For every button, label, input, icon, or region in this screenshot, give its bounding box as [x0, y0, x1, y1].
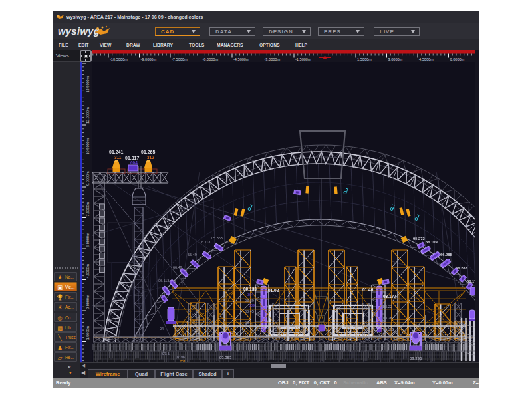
svg-text:01.46: 01.46 — [362, 287, 374, 292]
svg-text:00.133: 00.133 — [243, 287, 257, 291]
svg-text:312: 312 — [147, 155, 154, 160]
svg-text:309: 309 — [249, 303, 255, 307]
svg-text:-7.5000m: -7.5000m — [172, 57, 188, 61]
svg-text:-9.0000m: -9.0000m — [141, 57, 157, 61]
svg-text:03.89: 03.89 — [245, 299, 254, 303]
svg-text:06.113: 06.113 — [158, 279, 169, 283]
svg-text:7.5000m: 7.5000m — [86, 201, 90, 216]
svg-text:03.353: 03.353 — [219, 356, 232, 360]
svg-text:-4.5000m: -4.5000m — [233, 57, 249, 61]
svg-text:10.5000m: 10.5000m — [86, 138, 90, 154]
svg-text:9.0000m: 9.0000m — [86, 171, 90, 186]
svg-text:4.5000m: 4.5000m — [86, 263, 90, 278]
svg-text:03.22: 03.22 — [383, 305, 392, 309]
svg-text:03.26: 03.26 — [383, 316, 392, 320]
svg-text:66.283: 66.283 — [456, 266, 468, 270]
svg-text:1.5000m: 1.5000m — [357, 57, 372, 61]
svg-text:-6.0000m: -6.0000m — [203, 57, 219, 61]
svg-text:03.305: 03.305 — [383, 327, 394, 331]
svg-text:1.5000m: 1.5000m — [86, 325, 90, 340]
svg-text:66.49: 66.49 — [173, 265, 182, 269]
svg-text:12.0000m: 12.0000m — [86, 107, 90, 124]
svg-text:03.45: 03.45 — [245, 309, 254, 313]
svg-text:66.109: 66.109 — [426, 240, 438, 244]
svg-text:66.285: 66.285 — [440, 253, 453, 257]
svg-text:05.363: 05.363 — [211, 236, 223, 240]
svg-text:3.0000m: 3.0000m — [86, 295, 90, 309]
svg-text:03.1: 03.1 — [245, 321, 252, 325]
svg-text:6.0000m: 6.0000m — [86, 233, 90, 247]
svg-text:-3.0000m: -3.0000m — [265, 57, 281, 61]
svg-text:604: 604 — [130, 160, 138, 165]
svg-text:-1.5000m: -1.5000m — [295, 57, 311, 61]
svg-text:6.0000m: 6.0000m — [450, 57, 465, 61]
svg-text:13.5000m: 13.5000m — [86, 76, 90, 92]
svg-text:66.49: 66.49 — [188, 253, 197, 257]
svg-text:4.5000m: 4.5000m — [419, 57, 434, 61]
svg-text:04: 04 — [160, 327, 164, 331]
svg-text:304: 304 — [247, 293, 253, 297]
svg-text:05.272: 05.272 — [413, 237, 425, 241]
svg-text:3.0000m: 3.0000m — [388, 57, 403, 61]
svg-text:01.241: 01.241 — [109, 150, 124, 154]
svg-text:06.113: 06.113 — [200, 240, 210, 244]
svg-text:03.177: 03.177 — [383, 294, 396, 299]
svg-text:07.6: 07.6 — [162, 352, 170, 356]
svg-text:07.98: 07.98 — [176, 355, 185, 359]
svg-text:01.02: 01.02 — [268, 288, 279, 293]
svg-text:03.395: 03.395 — [410, 356, 422, 360]
svg-text:-10.5000m: -10.5000m — [110, 57, 128, 61]
svg-text:01.265: 01.265 — [141, 150, 156, 154]
svg-text:311: 311 — [114, 155, 122, 160]
